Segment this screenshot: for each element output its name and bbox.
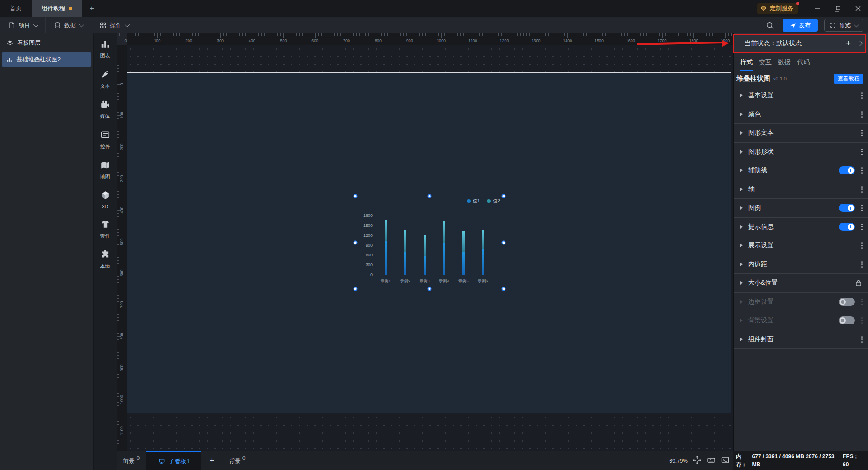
more-menu-icon[interactable]	[861, 242, 863, 249]
more-menu-icon[interactable]	[861, 224, 863, 230]
ruler-tick	[117, 390, 119, 390]
layers-panel: 看板图层 基础堆叠柱状图2	[0, 33, 94, 470]
more-menu-icon[interactable]	[861, 205, 863, 211]
selection-handle[interactable]	[428, 287, 432, 291]
legend-item[interactable]: 值1	[467, 198, 480, 204]
toggle-switch[interactable]	[839, 166, 855, 174]
fps-label: FPS：	[843, 453, 859, 460]
menu-database[interactable]: 数据	[46, 17, 91, 33]
foreground-label: 前景	[123, 457, 135, 465]
console-button[interactable]	[721, 456, 730, 466]
ruler-tick	[264, 33, 265, 36]
menu-file[interactable]: 项目	[0, 17, 46, 33]
section-row[interactable]: 大小&位置	[734, 274, 868, 293]
section-row[interactable]: 颜色	[734, 105, 868, 124]
section-row[interactable]: 边框设置	[734, 293, 868, 312]
chevron-down-icon	[854, 22, 859, 27]
shortcut-keys-button[interactable]	[707, 456, 716, 466]
preview-button[interactable]: 预览	[824, 19, 863, 32]
section-row[interactable]: 提示信息	[734, 218, 868, 237]
settings-tab-样式[interactable]: 样式	[740, 58, 753, 71]
toggle-switch[interactable]	[839, 316, 855, 324]
ruler-tick	[164, 33, 164, 36]
tab-home[interactable]: 首页	[0, 0, 32, 17]
section-row[interactable]: 图形文本	[734, 124, 868, 143]
more-menu-icon[interactable]	[861, 336, 863, 343]
dock-item-media[interactable]: 媒体	[100, 99, 110, 120]
background-button[interactable]: 背景 ⊕	[222, 451, 252, 470]
dock-item-control[interactable]: 控件	[100, 130, 110, 150]
section-row[interactable]: 辅助线	[734, 161, 868, 180]
more-menu-icon[interactable]	[861, 149, 863, 155]
dock-item-chart[interactable]: 图表	[100, 39, 110, 59]
dock-item-text[interactable]: 文本	[100, 69, 110, 89]
settings-tab-交互[interactable]: 交互	[759, 58, 772, 71]
dock-item-kit[interactable]: 套件	[100, 219, 110, 240]
more-menu-icon[interactable]	[861, 130, 863, 136]
kit-icon	[100, 219, 110, 231]
selection-handle[interactable]	[428, 194, 432, 198]
ruler-tick	[192, 33, 193, 36]
minimize-button[interactable]	[807, 0, 827, 17]
section-row[interactable]: 基本设置	[734, 86, 868, 105]
add-background-icon[interactable]: ⊕	[242, 455, 246, 461]
ruler-tick	[117, 87, 119, 87]
new-tab-button[interactable]: +	[82, 0, 101, 17]
ruler-tick	[117, 298, 119, 299]
x-axis-category-label: 示例1	[376, 278, 395, 284]
more-menu-icon[interactable]	[861, 261, 863, 268]
subboard-tab[interactable]: 子看板1	[146, 451, 201, 470]
media-icon	[100, 99, 110, 111]
section-row[interactable]: 图例	[734, 199, 868, 218]
foreground-button[interactable]: 前景 ⊕	[117, 451, 146, 470]
add-foreground-icon[interactable]: ⊕	[136, 455, 140, 461]
ruler-tick	[325, 33, 325, 36]
legend-item[interactable]: 值2	[487, 198, 500, 204]
more-menu-icon[interactable]	[861, 186, 863, 193]
dock-item-map[interactable]: 地图	[100, 160, 110, 180]
more-menu-icon[interactable]	[861, 299, 863, 305]
toggle-switch[interactable]	[839, 298, 855, 306]
ruler-tick	[117, 197, 119, 198]
selection-handle[interactable]	[502, 194, 506, 198]
y-axis-tick-label: 600	[355, 253, 373, 257]
more-menu-icon[interactable]	[861, 92, 863, 99]
selection-handle[interactable]	[502, 240, 506, 244]
more-menu-icon[interactable]	[861, 317, 863, 324]
dock-item-puzzle[interactable]: 本地	[100, 249, 110, 270]
selection-handle[interactable]	[354, 194, 358, 198]
ruler-tick	[306, 33, 306, 36]
view-tutorial-button[interactable]: 查看教程	[834, 74, 863, 84]
ruler-tick	[719, 33, 719, 36]
selection-handle[interactable]	[354, 287, 358, 291]
close-button[interactable]	[848, 0, 868, 17]
settings-tab-数据[interactable]: 数据	[778, 58, 791, 71]
toggle-switch[interactable]	[839, 223, 855, 231]
add-board-button[interactable]: +	[201, 451, 222, 470]
settings-tab-代码[interactable]: 代码	[797, 58, 810, 71]
section-row[interactable]: 组件封面	[734, 330, 868, 349]
section-row[interactable]: 内边距	[734, 255, 868, 274]
stacked-bar-chart-component[interactable]: 值1值20300600900120015001800示例1示例2示例3示例4示例…	[355, 196, 504, 289]
control-icon	[100, 130, 110, 141]
custom-service-label: 定制服务	[770, 5, 793, 13]
restore-button[interactable]	[827, 0, 848, 17]
lock-icon[interactable]	[854, 279, 863, 287]
tab-component-tutorial[interactable]: 组件教程	[32, 0, 82, 17]
section-row[interactable]: 轴	[734, 180, 868, 199]
section-row[interactable]: 背景设置	[734, 311, 868, 330]
ruler-tick	[117, 125, 119, 125]
fit-view-button[interactable]	[693, 456, 702, 466]
more-menu-icon[interactable]	[861, 111, 863, 118]
more-menu-icon[interactable]	[861, 167, 863, 174]
section-row[interactable]: 展示设置	[734, 236, 868, 255]
custom-service-badge[interactable]: 定制服务	[757, 3, 798, 14]
section-row[interactable]: 图形形状	[734, 143, 868, 162]
menu-grid[interactable]: 操作	[91, 17, 137, 33]
layer-item-selected[interactable]: 基础堆叠柱状图2	[2, 52, 91, 67]
publish-button[interactable]: 发布	[783, 19, 818, 32]
selection-handle[interactable]	[502, 287, 506, 291]
dock-item-cube[interactable]: 3D	[100, 190, 110, 209]
search-button[interactable]	[764, 19, 776, 32]
toggle-switch[interactable]	[839, 204, 855, 212]
